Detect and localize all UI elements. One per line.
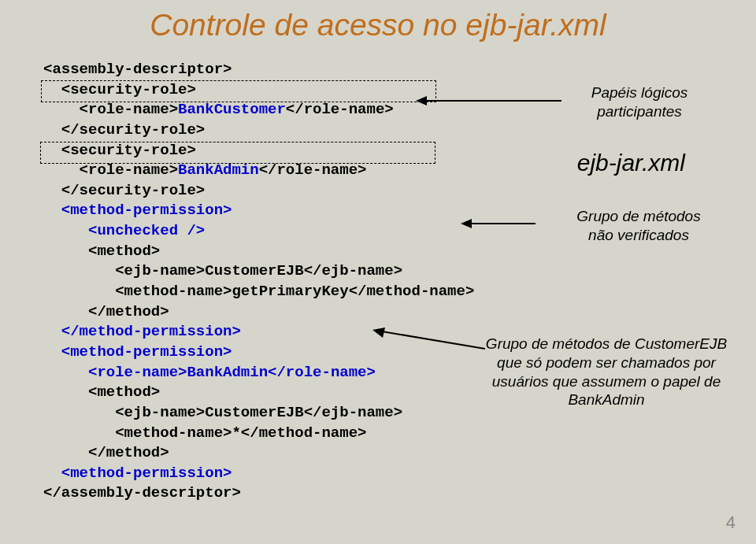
code-line: </method> [43, 303, 169, 320]
code-line: <method-name>*</method-name> [43, 424, 366, 442]
arrow-icon [416, 94, 561, 107]
code-line: </method-permission> [43, 323, 241, 340]
code-line: <ejb-name>CustomerEJB</ejb-name> [43, 262, 402, 279]
code-line: <ejb-name>CustomerEJB</ejb-name> [43, 404, 402, 421]
code-line: <role-name> [43, 101, 178, 118]
svg-marker-5 [372, 328, 385, 338]
slide-title: Controle de acesso no ejb-jar.xml [43, 8, 713, 43]
annotation-ejbjar: ejb-jar.xml [577, 148, 685, 178]
code-line: </role-name> [268, 364, 376, 381]
slide: Controle de acesso no ejb-jar.xml <assem… [0, 0, 756, 544]
code-role-name: BankCustomer [178, 101, 286, 118]
annotation-grupo-nao-verificados: Grupo de métodos não verificados [564, 207, 713, 245]
code-line: <method-permission> [43, 343, 232, 361]
arrow-icon [371, 325, 485, 357]
code-line: <assembly-descriptor> [43, 61, 232, 78]
page-number: 4 [726, 513, 736, 533]
code-line: <method-permission> [43, 464, 232, 482]
code-line: </method> [43, 444, 169, 461]
svg-marker-3 [461, 219, 472, 228]
code-line: <method> [43, 383, 160, 401]
code-line: </security-role> [43, 182, 205, 199]
code-role-name: BankAdmin [178, 161, 259, 179]
code-block: <assembly-descriptor> <security-role> <r… [43, 60, 713, 504]
code-line: </assembly-descriptor> [43, 484, 241, 501]
code-line: <security-role> [43, 81, 196, 98]
code-line: </role-name> [259, 161, 367, 179]
annotation-papeis: Papéis lógicos participantes [573, 83, 706, 121]
svg-line-4 [382, 331, 485, 349]
code-line: <method-permission> [43, 202, 232, 219]
code-line: <role-name> [43, 364, 187, 381]
code-line: <method> [43, 242, 160, 260]
code-line: <method-name>getPrimaryKey</method-name> [43, 283, 474, 300]
code-line: <unchecked /> [43, 222, 205, 239]
svg-marker-1 [416, 96, 427, 105]
code-line: <security-role> [43, 142, 196, 159]
code-line: </security-role> [43, 121, 205, 139]
arrow-icon [461, 217, 536, 230]
code-line: </role-name> [286, 101, 394, 118]
annotation-grupo-customerejb: Grupo de métodos de CustomerEJB que só p… [476, 335, 736, 409]
code-line: <role-name> [43, 161, 178, 179]
code-role-name: BankAdmin [187, 364, 268, 381]
